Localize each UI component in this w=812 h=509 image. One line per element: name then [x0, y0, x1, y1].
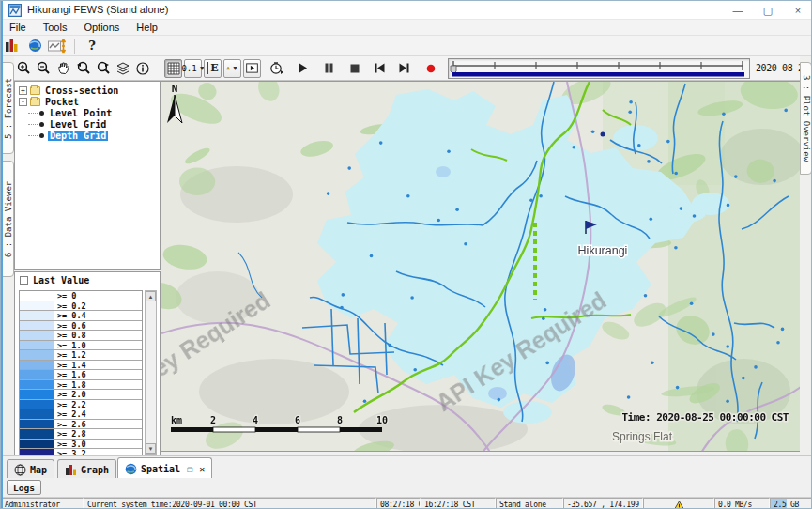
- tab-maximize-icon[interactable]: ❐: [187, 464, 192, 474]
- grid-display-button[interactable]: [164, 59, 182, 78]
- legend-value-label: >= 0.2: [54, 301, 142, 311]
- maximize-button[interactable]: ▢: [753, 1, 783, 20]
- legend-scrollbar[interactable]: ▲ ▼: [145, 290, 157, 455]
- map-view[interactable]: API Key Required API Key Required N Hiku…: [161, 81, 800, 452]
- warning-icon: [226, 62, 230, 74]
- legend-value-label: >= 3.2: [54, 449, 142, 455]
- map-display-button[interactable]: [25, 37, 44, 55]
- zoom-in-button[interactable]: [15, 59, 33, 78]
- menu-file[interactable]: File: [8, 21, 28, 34]
- zoom-next-button[interactable]: [94, 59, 112, 78]
- tree-node-level-point[interactable]: Level Point: [15, 107, 160, 118]
- svg-text:6: 6: [295, 415, 300, 425]
- time-slider-track: [449, 59, 749, 78]
- status-warning-cell[interactable]: [643, 498, 714, 509]
- legend-value-label: >= 0.6: [54, 321, 142, 331]
- help-button[interactable]: ?: [83, 37, 101, 55]
- expand-icon[interactable]: +: [19, 86, 27, 95]
- legend-row: >= 2.6: [20, 420, 142, 430]
- scroll-up-icon[interactable]: ▲: [146, 291, 156, 301]
- wire-globe-icon: [14, 464, 26, 476]
- bullet-icon: [39, 122, 44, 127]
- minimize-button[interactable]: —: [723, 1, 753, 20]
- title-bar: Hikurangi FEWS (Stand alone) — ▢ ×: [1, 1, 812, 20]
- tree-node-depth-grid[interactable]: Depth Grid: [15, 130, 160, 141]
- tree-guide-line: [28, 135, 38, 136]
- menu-options[interactable]: Options: [82, 21, 121, 34]
- right-tab-strip: 3 : Plot Overview: [800, 56, 812, 455]
- left-tab-strip: 5 : Forecast 6 : Data Viewer: [1, 56, 14, 455]
- label-e-icon: E: [207, 62, 218, 74]
- svg-text:8: 8: [337, 415, 343, 425]
- menu-bar: File Tools Options Help: [1, 20, 812, 36]
- menu-help[interactable]: Help: [134, 21, 160, 34]
- status-gmt-time: 08:27:18 GMT: [376, 498, 421, 509]
- tab-graph[interactable]: Graph: [57, 459, 116, 479]
- tree-node-label[interactable]: Pocket: [43, 97, 81, 107]
- close-button[interactable]: ×: [783, 1, 812, 20]
- svg-text:2: 2: [210, 415, 216, 425]
- tab-graph-label: Graph: [81, 465, 109, 475]
- timer-icon: [269, 61, 284, 75]
- tree-node-cross-section[interactable]: + Cross-section: [15, 85, 160, 96]
- threshold-dropdown[interactable]: 0.1 ▼: [184, 59, 202, 78]
- bullet-icon: [39, 133, 44, 138]
- pan-button[interactable]: [54, 59, 72, 78]
- record-button[interactable]: [421, 59, 439, 78]
- application-window: Hikurangi FEWS (Stand alone) — ▢ × File …: [0, 0, 812, 509]
- step-forward-button[interactable]: [395, 59, 413, 78]
- timeseries-button[interactable]: [48, 37, 67, 55]
- stop-icon: [350, 64, 360, 73]
- tab-map[interactable]: Map: [7, 459, 54, 479]
- layers-button[interactable]: [114, 59, 131, 78]
- chevron-down-icon: ▼: [232, 65, 238, 71]
- zoom-out-button[interactable]: [35, 59, 53, 78]
- tab-data-viewer[interactable]: 6 : Data Viewer: [2, 161, 14, 277]
- tree-guide-line: [28, 124, 38, 125]
- legend-row: >= 1.2: [20, 350, 142, 361]
- legend-row: >= 1.0: [20, 341, 142, 351]
- labels-button[interactable]: E: [204, 59, 222, 78]
- tab-forecast[interactable]: 5 : Forecast: [2, 62, 14, 154]
- zoom-previous-button[interactable]: [74, 59, 92, 78]
- pause-button[interactable]: [320, 59, 338, 78]
- scroll-down-icon[interactable]: ▼: [146, 443, 156, 454]
- tree-node-label[interactable]: Level Grid: [48, 119, 108, 130]
- play-button[interactable]: [294, 59, 312, 78]
- tab-plot-overview[interactable]: 3 : Plot Overview: [800, 62, 812, 175]
- main-toolbar: ?: [1, 36, 812, 56]
- legend-swatch: [20, 420, 54, 429]
- database-chart-button[interactable]: [3, 37, 22, 55]
- warning-dropdown[interactable]: ▼: [223, 59, 241, 78]
- movie-icon: [246, 62, 258, 74]
- map-time-label: Time: 2020-08-25 00:00:00 CST: [621, 411, 789, 424]
- last-value-checkbox[interactable]: [20, 276, 28, 285]
- legend-row: >= 1.6: [20, 370, 142, 380]
- legend-swatch: [20, 311, 54, 320]
- chart-arrow-icon: [48, 39, 67, 54]
- legend-value-label: >= 0: [54, 291, 142, 301]
- tree-node-label-selected[interactable]: Depth Grid: [48, 131, 108, 141]
- tab-close-icon[interactable]: ✕: [199, 464, 205, 474]
- time-slider[interactable]: [448, 58, 750, 79]
- tree-node-level-grid[interactable]: Level Grid: [15, 118, 160, 130]
- step-back-button[interactable]: [371, 59, 389, 78]
- map-canvas[interactable]: API Key Required API Key Required N Hiku…: [161, 82, 800, 452]
- window-title: Hikurangi FEWS (Stand alone): [27, 4, 168, 15]
- tree-node-label[interactable]: Level Point: [48, 108, 114, 118]
- legend-row: >= 0.8: [20, 331, 142, 341]
- stop-button[interactable]: [345, 59, 363, 78]
- set-time-button[interactable]: [268, 59, 285, 78]
- logs-button[interactable]: Logs: [7, 480, 41, 495]
- tab-spatial[interactable]: Spatial ❐ ✕: [117, 457, 212, 479]
- legend-row: >= 0.4: [20, 311, 142, 321]
- animation-button[interactable]: [243, 59, 261, 78]
- menu-tools[interactable]: Tools: [41, 21, 69, 34]
- tree-node-label[interactable]: Cross-section: [43, 85, 120, 96]
- info-button[interactable]: [133, 59, 151, 78]
- legend-row: >= 0.6: [20, 321, 142, 332]
- bar-chart-icon: [5, 39, 20, 53]
- last-value-label: Last Value: [33, 275, 89, 285]
- collapse-icon[interactable]: -: [19, 98, 27, 106]
- tree-node-pocket[interactable]: - Pocket: [15, 96, 160, 107]
